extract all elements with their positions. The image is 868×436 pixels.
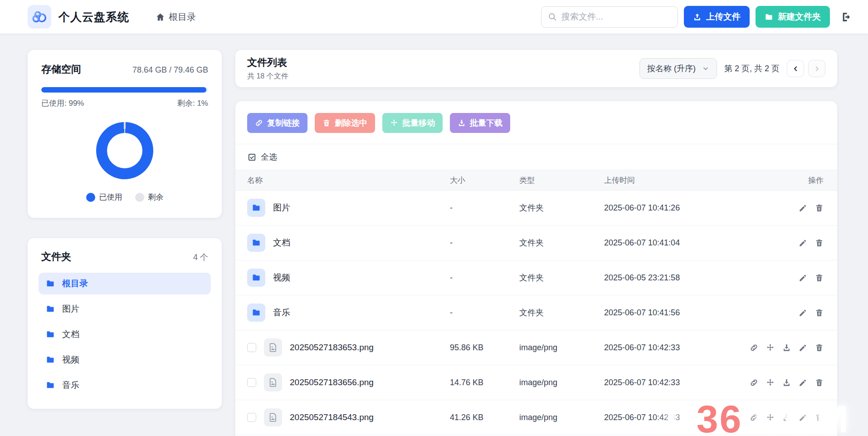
folders-panel: 文件夹 4 个 根目录 图片 文档 — [28, 238, 222, 409]
table-row[interactable]: 文档 - 文件夹 2025-06-07 10:41:04 — [235, 225, 837, 260]
file-list-header: 文件列表 共 18 个文件 按名称 (升序) 第 2 页, 共 2 页 — [235, 50, 837, 87]
logout-icon[interactable] — [841, 11, 853, 23]
file-list-title: 文件列表 — [247, 56, 288, 69]
link-icon[interactable] — [750, 413, 758, 422]
row-type: 文件夹 — [519, 202, 604, 213]
row-time: 2025-06-05 23:21:58 — [604, 273, 748, 283]
trash-icon[interactable] — [815, 309, 824, 317]
table-row[interactable]: 音乐 - 文件夹 2025-06-07 10:41:56 — [235, 295, 837, 330]
legend-dot — [86, 193, 95, 202]
file-list-card: 复制链接 删除选中 批量移动 批量下载 全选 名称 大小 — [235, 101, 837, 436]
folder-icon — [247, 199, 265, 217]
next-page-button[interactable] — [808, 60, 825, 77]
legend-item: 剩余 — [135, 192, 164, 202]
upload-file-button[interactable]: 上传文件 — [684, 6, 750, 28]
trash-icon[interactable] — [815, 343, 824, 352]
edit-icon[interactable] — [799, 343, 807, 352]
download-icon[interactable] — [782, 413, 791, 422]
row-time: 2025-06-07 10:41:04 — [604, 238, 748, 248]
row-checkbox[interactable] — [247, 413, 256, 422]
row-name: 20250527184543.png — [290, 412, 374, 422]
link-icon[interactable] — [750, 343, 758, 352]
folder-list: 根目录 图片 文档 视频 音乐 — [39, 273, 211, 396]
bulk-action-button[interactable]: 批量下载 — [450, 113, 510, 133]
table-row[interactable]: 20250527183656.png 14.76 KB image/png 20… — [235, 365, 837, 400]
sidebar-folder-item-active[interactable]: 根目录 — [39, 273, 211, 294]
link-icon[interactable] — [750, 378, 758, 387]
edit-icon[interactable] — [799, 309, 807, 317]
image-file-icon — [264, 408, 282, 426]
row-actions — [748, 274, 824, 282]
download-icon[interactable] — [782, 343, 791, 352]
folders-title: 文件夹 — [41, 250, 71, 264]
edit-icon[interactable] — [799, 239, 807, 247]
breadcrumb[interactable]: 根目录 — [156, 11, 196, 23]
row-time: 2025-06-07 10:41:56 — [604, 308, 748, 318]
storage-panel: 存储空间 78.64 GB / 79.46 GB 已使用: 99% 剩余: 1%… — [28, 50, 222, 218]
edit-icon[interactable] — [799, 274, 807, 282]
chevron-left-icon — [792, 65, 800, 73]
search-input[interactable] — [561, 12, 673, 22]
table-row[interactable]: 20250527183653.png 95.86 KB image/png 20… — [235, 330, 837, 365]
row-actions — [748, 413, 824, 422]
row-time: 2025-06-07 10:42:33 — [604, 343, 748, 353]
row-name: 音乐 — [273, 307, 290, 318]
check-square-icon — [248, 153, 256, 162]
sidebar-folder-item-default[interactable]: 文档 — [39, 323, 211, 345]
move-icon[interactable] — [766, 378, 775, 387]
sort-select[interactable]: 按名称 (升序) — [639, 58, 717, 79]
table-header: 名称 大小 类型 上传时间 操作 — [235, 170, 837, 191]
row-actions — [748, 378, 824, 387]
row-size: 14.76 KB — [450, 378, 519, 387]
bulk-action-button[interactable]: 删除选中 — [315, 113, 375, 133]
folder-icon — [46, 355, 55, 364]
table-body: 图片 - 文件夹 2025-06-07 10:41:26 文档 - 文件夹 20… — [235, 191, 837, 435]
search-icon — [548, 12, 557, 21]
trash-icon[interactable] — [815, 239, 824, 247]
home-icon — [156, 12, 165, 22]
move-icon[interactable] — [766, 343, 775, 352]
sort-select-value: 按名称 (升序) — [647, 63, 696, 74]
edit-icon[interactable] — [799, 413, 807, 422]
sidebar-folder-item-default[interactable]: 视频 — [39, 349, 211, 371]
storage-title: 存储空间 — [41, 63, 81, 76]
row-size: 41.26 KB — [450, 413, 519, 422]
sidebar-folder-item-default[interactable]: 音乐 — [39, 374, 211, 396]
row-checkbox[interactable] — [247, 378, 256, 387]
column-time: 上传时间 — [604, 175, 748, 186]
storage-progress-bar — [41, 87, 208, 93]
folder-label: 视频 — [62, 354, 79, 366]
prev-page-button[interactable] — [787, 60, 804, 77]
download-icon[interactable] — [782, 378, 791, 387]
row-checkbox[interactable] — [247, 343, 256, 352]
trash-icon[interactable] — [815, 204, 824, 212]
legend-dot — [135, 193, 144, 202]
table-row[interactable]: 图片 - 文件夹 2025-06-07 10:41:26 — [235, 191, 837, 225]
bulk-action-button[interactable]: 复制链接 — [247, 113, 307, 133]
row-size: - — [450, 238, 519, 248]
bulk-action-button[interactable]: 批量移动 — [382, 113, 443, 133]
edit-icon[interactable] — [799, 378, 807, 387]
table-row[interactable]: 20250527184543.png 41.26 KB image/png 20… — [235, 400, 837, 435]
trash-icon[interactable] — [815, 378, 824, 387]
trash-icon[interactable] — [815, 274, 824, 282]
select-all[interactable]: 全选 — [235, 144, 837, 170]
folder-icon — [247, 304, 265, 322]
folder-icon — [46, 279, 55, 288]
storage-usage-text: 78.64 GB / 79.46 GB — [132, 65, 208, 75]
column-type: 类型 — [519, 175, 604, 186]
sidebar-folder-item-default[interactable]: 图片 — [39, 298, 211, 320]
row-size: 95.86 KB — [450, 343, 519, 353]
new-folder-button[interactable]: 新建文件夹 — [756, 6, 830, 28]
trash-icon[interactable] — [815, 413, 824, 422]
table-row[interactable]: 视频 - 文件夹 2025-06-05 23:21:58 — [235, 260, 837, 295]
row-type: image/png — [519, 413, 604, 422]
row-actions — [748, 204, 824, 212]
storage-donut-chart — [96, 122, 153, 179]
move-icon[interactable] — [766, 413, 775, 422]
app-logo — [28, 5, 51, 29]
row-type: 文件夹 — [519, 237, 604, 248]
folder-icon — [46, 304, 55, 314]
row-type: image/png — [519, 378, 604, 387]
edit-icon[interactable] — [799, 204, 807, 212]
